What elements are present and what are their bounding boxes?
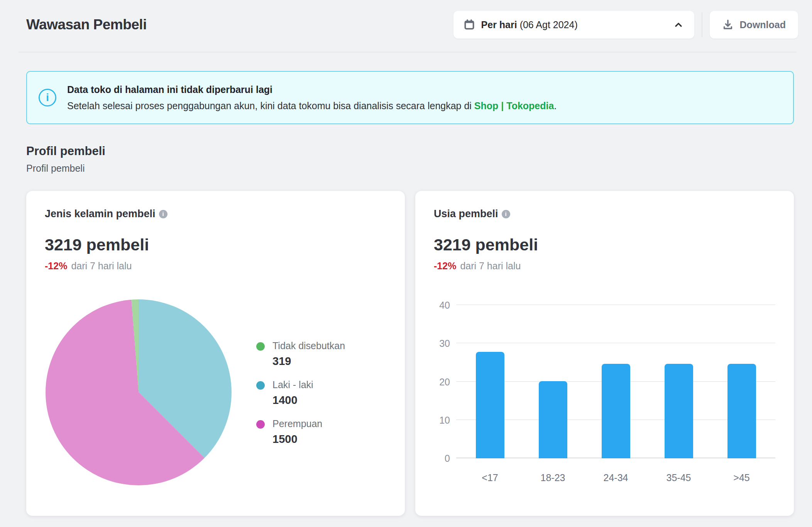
age-card-title: Usia pembeli bbox=[434, 208, 498, 220]
y-tick-label: 0 bbox=[445, 453, 450, 464]
x-tick-label: 35-45 bbox=[660, 472, 698, 483]
x-axis-labels: <17 18-23 24-34 35-45 >45 bbox=[456, 472, 775, 483]
age-delta-row: -12%dari 7 hari lalu bbox=[434, 260, 775, 272]
banner-body-suffix: . bbox=[554, 100, 557, 111]
gender-pie-chart bbox=[46, 299, 232, 485]
section-subtitle: Profil pembeli bbox=[26, 163, 786, 174]
age-total: 3219 pembeli bbox=[434, 235, 775, 254]
gender-card-title: Jenis kelamin pembeli bbox=[45, 208, 156, 220]
y-tick-label: 30 bbox=[439, 338, 450, 349]
bar bbox=[665, 364, 693, 458]
legend-dot bbox=[256, 342, 265, 351]
gender-delta-row: -12%dari 7 hari lalu bbox=[45, 260, 386, 272]
banner-text: Data toko di halaman ini tidak diperbaru… bbox=[67, 84, 557, 111]
bar bbox=[476, 352, 504, 458]
info-circle-icon: i bbox=[39, 89, 56, 106]
age-card-header: Usia pembeli i bbox=[434, 208, 775, 220]
gender-delta-suffix: dari 7 hari lalu bbox=[71, 260, 132, 271]
legend-label: Laki - laki bbox=[272, 379, 313, 390]
page-header: Wawasan Pembeli Per hari (06 Agt 2024) bbox=[0, 0, 812, 39]
period-date: (06 Agt 2024) bbox=[520, 19, 578, 30]
legend-label: Perempuan bbox=[272, 418, 322, 429]
x-tick-label: >45 bbox=[722, 472, 761, 483]
x-tick-label: 24-34 bbox=[597, 472, 635, 483]
page-title: Wawasan Pembeli bbox=[26, 17, 147, 33]
age-info-icon[interactable]: i bbox=[502, 210, 510, 218]
download-label: Download bbox=[740, 19, 786, 30]
header-rule bbox=[19, 52, 797, 52]
chevron-up-icon bbox=[673, 19, 684, 30]
age-bar-chart: 40 30 20 10 0 <17 18-23 2 bbox=[434, 305, 775, 483]
legend-item: Tidak disebutkan 319 bbox=[256, 340, 345, 368]
gender-chart-row: Tidak disebutkan 319 Laki - laki 1400 bbox=[45, 299, 386, 485]
bar bbox=[727, 364, 756, 458]
download-icon bbox=[722, 19, 734, 30]
section-header: Profil pembeli Profil pembeli bbox=[26, 144, 786, 174]
legend-item: Laki - laki 1400 bbox=[256, 379, 345, 407]
gender-delta-value: -12% bbox=[45, 260, 67, 271]
bar bbox=[602, 364, 630, 458]
gender-card-header: Jenis kelamin pembeli i bbox=[45, 208, 386, 220]
x-tick-label: 18-23 bbox=[534, 472, 572, 483]
gender-total: 3219 pembeli bbox=[45, 235, 386, 254]
y-tick-label: 10 bbox=[439, 414, 450, 426]
calendar-icon bbox=[464, 19, 475, 30]
banner-body-prefix: Setelah selesai proses penggabungan akun… bbox=[67, 100, 474, 111]
legend-value: 319 bbox=[272, 355, 345, 368]
period-selector-button[interactable]: Per hari (06 Agt 2024) bbox=[453, 11, 694, 39]
y-tick-label: 20 bbox=[439, 376, 450, 387]
header-divider bbox=[702, 12, 702, 37]
gender-card: Jenis kelamin pembeli i 3219 pembeli -12… bbox=[26, 191, 405, 516]
legend-item: Perempuan 1500 bbox=[256, 418, 345, 446]
section-title: Profil pembeli bbox=[26, 144, 786, 158]
shop-tokopedia-link[interactable]: Shop | Tokopedia bbox=[474, 100, 554, 111]
age-delta-suffix: dari 7 hari lalu bbox=[460, 260, 521, 271]
gender-info-icon[interactable]: i bbox=[159, 210, 167, 218]
banner-title: Data toko di halaman ini tidak diperbaru… bbox=[67, 84, 557, 95]
y-tick-label: 40 bbox=[439, 300, 450, 311]
banner-body: Setelah selesai proses penggabungan akun… bbox=[67, 100, 557, 111]
bars-container bbox=[456, 305, 775, 458]
legend-dot bbox=[256, 420, 265, 429]
bar bbox=[539, 381, 567, 458]
legend-dot bbox=[256, 381, 265, 390]
legend-value: 1400 bbox=[272, 394, 313, 407]
buyer-insights-page: Wawasan Pembeli Per hari (06 Agt 2024) bbox=[0, 0, 812, 527]
x-tick-label: <17 bbox=[471, 472, 509, 483]
period-label: Per hari (06 Agt 2024) bbox=[481, 19, 578, 30]
info-banner: i Data toko di halaman ini tidak diperba… bbox=[26, 71, 794, 124]
age-card: Usia pembeli i 3219 pembeli -12%dari 7 h… bbox=[415, 191, 794, 516]
download-button[interactable]: Download bbox=[710, 11, 798, 39]
cards-row: Jenis kelamin pembeli i 3219 pembeli -12… bbox=[26, 191, 794, 516]
age-delta-value: -12% bbox=[434, 260, 456, 271]
legend-value: 1500 bbox=[272, 433, 322, 446]
bar-chart-plot: 40 30 20 10 0 bbox=[456, 305, 775, 458]
header-actions: Per hari (06 Agt 2024) Download bbox=[453, 11, 798, 39]
legend-label: Tidak disebutkan bbox=[272, 340, 345, 351]
gender-legend: Tidak disebutkan 319 Laki - laki 1400 bbox=[256, 340, 345, 485]
period-mode: Per hari bbox=[481, 19, 517, 30]
